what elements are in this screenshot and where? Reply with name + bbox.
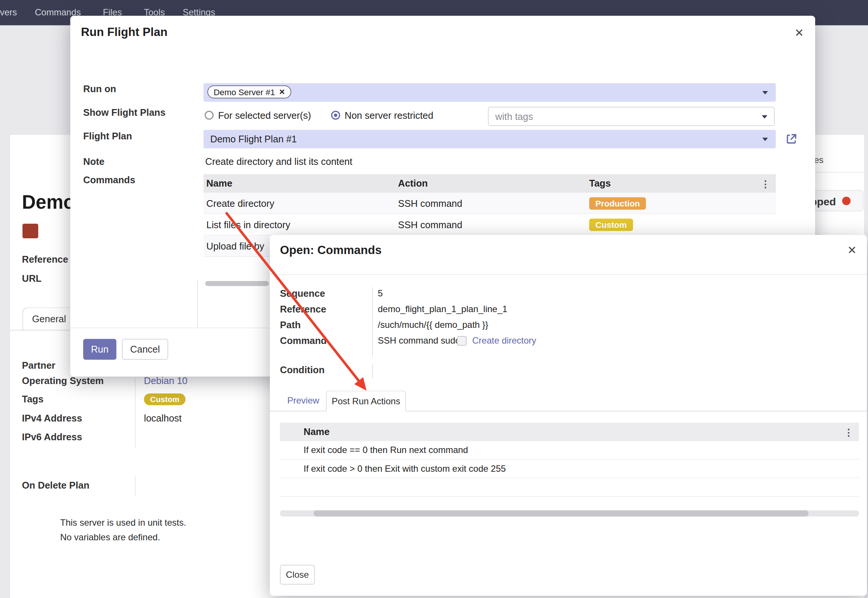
chevron-down-icon[interactable] xyxy=(762,115,768,119)
flight-plan-value: Demo Flight Plan #1 xyxy=(210,134,297,145)
table-row[interactable]: If exit code > 0 then Exit with custom e… xyxy=(280,460,859,478)
condition-divider xyxy=(372,364,373,378)
col-action[interactable]: Action xyxy=(398,178,428,190)
os-value-link[interactable]: Debian 10 xyxy=(144,375,187,387)
close-icon[interactable]: ✕ xyxy=(847,245,857,256)
server-tag-chip[interactable]: Demo Server #1 ✕ xyxy=(208,85,292,99)
nav-item-servers[interactable]: vers xyxy=(0,7,17,18)
run-button-label: Run xyxy=(91,344,109,355)
row-name: Upload file by xyxy=(207,241,265,253)
note-label: Note xyxy=(83,156,105,167)
sequence-label: Sequence xyxy=(280,289,325,300)
run-on-label: Run on xyxy=(83,84,116,95)
tab-general-label: General xyxy=(32,314,66,325)
path-label: Path xyxy=(280,320,301,331)
unit-test-note-1: This server is used in unit tests. xyxy=(60,518,186,528)
row-action: SSH command xyxy=(398,220,462,231)
command-checkbox[interactable] xyxy=(457,336,467,346)
open-commands-modal: Open: Commands ✕ Sequence Reference Path… xyxy=(270,235,867,596)
ipv6-label: IPv6 Address xyxy=(22,432,82,443)
col-name[interactable]: Name xyxy=(304,427,329,438)
run-flight-plan-title: Run Flight Plan xyxy=(81,25,168,39)
page-title: Demo xyxy=(22,191,75,213)
screen: es Stopped Test Conne Demo Reference URL… xyxy=(0,0,868,598)
show-flight-plans-label: Show Flight Plans xyxy=(83,108,166,119)
commands-label: Commands xyxy=(83,175,135,186)
condition-label: Condition xyxy=(280,365,325,376)
unit-test-note-2: No variables are defined. xyxy=(60,532,160,543)
col-name[interactable]: Name xyxy=(207,178,232,190)
row-tag-badge: Custom xyxy=(589,219,633,231)
flight-plan-label: Flight Plan xyxy=(83,131,132,142)
note-value: Create directory and list its content xyxy=(205,156,353,167)
partner-label: Partner xyxy=(22,360,55,372)
server-tag-label: Demo Server #1 xyxy=(214,87,275,97)
col-tags[interactable]: Tags xyxy=(589,178,611,190)
tags-label: Tags xyxy=(22,394,44,405)
radio-non-server-restricted[interactable] xyxy=(331,111,340,120)
tab-preview[interactable]: Preview xyxy=(287,396,319,406)
tab-post-run-actions[interactable]: Post Run Actions xyxy=(326,391,406,412)
info-grid-divider xyxy=(135,378,136,447)
reference-field-label: Reference xyxy=(22,254,68,265)
command-label: Command xyxy=(280,336,327,347)
horizontal-scrollbar[interactable] xyxy=(205,281,269,286)
action-row-name: If exit code > 0 then Exit with custom e… xyxy=(304,464,506,474)
table-left-edge xyxy=(198,280,198,328)
row-name: Create directory xyxy=(207,199,274,210)
horizontal-scrollbar-thumb[interactable] xyxy=(314,510,808,517)
external-link-icon[interactable] xyxy=(786,133,798,145)
os-label: Operating System xyxy=(22,375,104,387)
row-action: SSH command xyxy=(398,199,462,210)
flight-plan-select[interactable]: Demo Flight Plan #1 xyxy=(204,130,776,149)
modal-header-divider xyxy=(270,274,867,275)
reference-label: Reference xyxy=(280,304,326,315)
radio-selected-servers[interactable] xyxy=(205,111,214,120)
status-stopped-dot-icon xyxy=(842,197,851,205)
fields-divider xyxy=(372,287,373,357)
record-color-swatch[interactable] xyxy=(22,224,38,238)
row-name: List files in directory xyxy=(207,220,290,231)
with-tags-select[interactable]: with tags xyxy=(488,107,775,126)
command-value: SSH command sudo xyxy=(378,336,460,346)
table-row[interactable]: If exit code == 0 then Run next command xyxy=(280,441,859,460)
close-icon[interactable]: ✕ xyxy=(795,27,804,38)
tags-value-badge: Custom xyxy=(144,393,186,405)
row-tag-badge: Production xyxy=(589,197,646,210)
close-button-label: Close xyxy=(286,570,309,580)
tab-post-run-actions-label: Post Run Actions xyxy=(332,396,400,406)
with-tags-value: with tags xyxy=(495,111,533,123)
table-options-icon[interactable]: ⋮ xyxy=(844,427,854,439)
open-commands-title: Open: Commands xyxy=(280,244,382,257)
on-delete-plan-label: On Delete Plan xyxy=(22,480,90,491)
radio-selected-servers-label[interactable]: For selected server(s) xyxy=(218,110,311,121)
chevron-down-icon[interactable] xyxy=(762,91,768,94)
table-row-empty xyxy=(280,478,859,497)
table-row[interactable]: List files in directory SSH command Cust… xyxy=(204,214,776,236)
action-row-name: If exit code == 0 then Run next command xyxy=(304,445,468,455)
command-create-directory-link[interactable]: Create directory xyxy=(472,336,536,346)
radio-non-server-restricted-label[interactable]: Non server restricted xyxy=(345,110,434,121)
table-options-icon[interactable]: ⋮ xyxy=(761,178,771,190)
cancel-button-label: Cancel xyxy=(130,344,160,355)
commands-table-header: Name Action Tags ⋮ xyxy=(204,174,776,193)
actions-table-header: Name ⋮ xyxy=(280,423,859,441)
ipv4-value: localhost xyxy=(144,413,182,425)
chip-remove-icon[interactable]: ✕ xyxy=(279,88,285,96)
ipv4-label: IPv4 Address xyxy=(22,413,82,425)
close-button[interactable]: Close xyxy=(280,565,315,585)
table-row[interactable]: Create directory SSH command Production xyxy=(204,193,776,214)
url-field-label: URL xyxy=(22,273,42,284)
reference-value: demo_flight_plan_1_plan_line_1 xyxy=(378,304,507,314)
info-grid-divider-2 xyxy=(135,475,136,496)
sequence-value: 5 xyxy=(378,289,383,299)
run-button[interactable]: Run xyxy=(83,339,117,360)
partial-tab-label[interactable]: es xyxy=(814,155,823,165)
run-on-server-input[interactable]: Demo Server #1 ✕ xyxy=(204,83,776,102)
path-value: /such/much/{{ demo_path }} xyxy=(378,320,488,330)
cancel-button[interactable]: Cancel xyxy=(122,339,168,360)
chevron-down-icon[interactable] xyxy=(762,138,768,141)
